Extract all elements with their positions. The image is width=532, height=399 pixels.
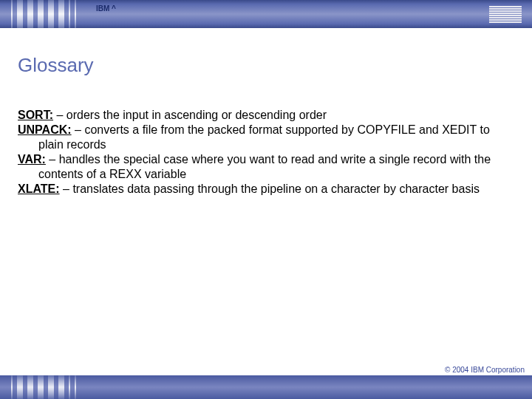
stripe: [17, 375, 23, 399]
stripe: [75, 375, 76, 399]
content-area: Glossary SORT: – orders the input in asc…: [0, 28, 532, 197]
glossary-desc: – translates data passing through the pi…: [60, 183, 480, 195]
glossary-desc: – handles the special case where you wan…: [38, 153, 491, 180]
header-stripes: [11, 0, 92, 28]
glossary-entry: VAR: – handles the special case where yo…: [18, 152, 514, 182]
glossary-term: VAR:: [18, 153, 46, 166]
glossary-term: SORT:: [18, 109, 53, 121]
glossary-entry: UNPACK: – converts a file from the packe…: [18, 123, 514, 152]
stripe: [11, 0, 13, 28]
page-title: Glossary: [18, 54, 514, 77]
header-label: IBM ^: [96, 4, 116, 13]
footer-bar: [0, 375, 532, 399]
glossary-entry: XLATE: – translates data passing through…: [18, 182, 514, 197]
stripe: [38, 0, 44, 28]
copyright-text: © 2004 IBM Corporation: [445, 366, 525, 374]
stripe: [75, 0, 76, 28]
stripe: [27, 0, 33, 28]
glossary-term: UNPACK:: [18, 123, 72, 136]
stripe: [48, 0, 54, 28]
glossary-desc: – orders the input in ascending or desce…: [53, 109, 327, 121]
ibm-logo-icon: [489, 6, 522, 23]
stripe: [69, 0, 70, 28]
glossary-term: XLATE:: [18, 183, 60, 195]
stripe: [69, 375, 70, 399]
stripe: [17, 0, 23, 28]
stripe: [38, 375, 44, 399]
stripe: [11, 375, 13, 399]
glossary-entries: SORT: – orders the input in ascending or…: [18, 108, 514, 197]
glossary-desc: – converts a file from the packed format…: [38, 123, 490, 151]
header-bar: IBM ^: [0, 0, 532, 28]
footer-stripes: [11, 375, 92, 399]
stripe: [48, 375, 54, 399]
stripe: [58, 375, 64, 399]
stripe: [58, 0, 64, 28]
stripe: [27, 375, 33, 399]
glossary-entry: SORT: – orders the input in ascending or…: [18, 108, 514, 123]
